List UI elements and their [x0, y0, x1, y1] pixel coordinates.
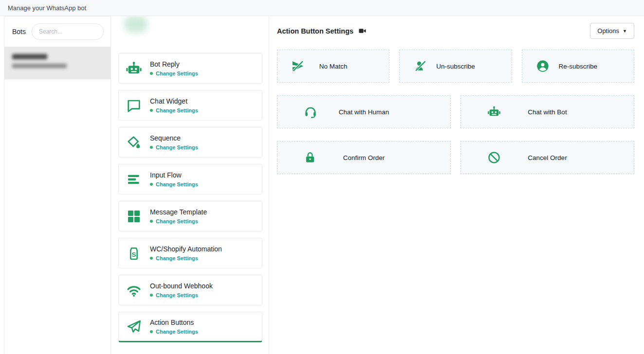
tile-cancel-order[interactable]: Cancel Order — [460, 141, 634, 174]
status-dot — [150, 330, 153, 333]
feature-card-sequence[interactable]: Sequence Change Settings — [118, 127, 262, 158]
options-button[interactable]: Options ▼ — [590, 23, 634, 39]
wifi-icon — [125, 281, 143, 300]
video-camera-icon[interactable] — [358, 27, 367, 35]
change-settings-link[interactable]: Change Settings — [150, 144, 198, 150]
feature-title: Input Flow — [150, 171, 198, 179]
tile-chat-with-bot[interactable]: Chat with Bot — [460, 95, 634, 128]
feature-title: Chat Widget — [150, 97, 198, 105]
person-slash-icon — [413, 59, 427, 73]
change-settings-link[interactable]: Change Settings — [150, 292, 213, 298]
status-dot — [150, 257, 153, 260]
padlock-icon — [304, 151, 316, 164]
status-dot — [150, 220, 153, 223]
selected-bot-item[interactable] — [4, 47, 110, 79]
status-dot — [150, 109, 153, 112]
feature-title: Message Template — [150, 208, 207, 216]
page-title: Manage your WhatsApp bot — [8, 4, 86, 12]
bots-sidebar: Bots — [4, 16, 111, 354]
status-dot — [150, 146, 153, 149]
feature-card-chat-widget[interactable]: Chat Widget Change Settings — [118, 90, 262, 121]
tile-no-match[interactable]: No Match — [277, 50, 389, 83]
bot-name-redacted — [12, 54, 47, 59]
person-circle-icon — [536, 59, 550, 73]
content-area: Bots Bot Rep — [0, 16, 644, 354]
change-settings-link[interactable]: Change Settings — [150, 255, 222, 261]
tiles-row-2: Chat with Human Chat with Bot — [277, 95, 634, 128]
tile-re-subscribe[interactable]: Re-subscribe — [522, 50, 634, 83]
action-button-settings-panel: Action Button Settings Options ▼ — [269, 16, 644, 354]
status-dot — [150, 72, 153, 75]
tiles-row-3: Confirm Order Cancel Order — [277, 141, 634, 174]
bot-phone-redacted — [12, 64, 67, 68]
chevron-down-icon: ▼ — [623, 29, 627, 34]
change-settings-link[interactable]: Change Settings — [150, 71, 198, 76]
headset-icon — [304, 105, 317, 119]
feature-card-message-template[interactable]: Message Template Change Settings — [118, 201, 262, 231]
change-settings-link[interactable]: Change Settings — [150, 329, 198, 335]
feature-title: Action Buttons — [150, 319, 198, 326]
chat-bubble-icon — [125, 96, 143, 115]
shopify-bag-icon: S — [125, 244, 143, 263]
feature-title: Out-bound Webhook — [150, 282, 213, 290]
tile-un-subscribe[interactable]: Un-subscribe — [399, 50, 512, 83]
blurred-logo — [124, 16, 147, 33]
prohibited-icon — [487, 151, 501, 164]
feature-title: WC/Shopify Automation — [150, 245, 222, 253]
feature-card-input-flow[interactable]: Input Flow Change Settings — [118, 164, 262, 195]
top-header: Manage your WhatsApp bot — [0, 0, 644, 16]
change-settings-link[interactable]: Change Settings — [150, 107, 198, 113]
feature-title: Sequence — [150, 134, 198, 142]
tile-chat-with-human[interactable]: Chat with Human — [277, 95, 451, 128]
send-slash-icon — [291, 59, 305, 73]
bot-search-input[interactable] — [32, 23, 104, 40]
status-dot — [150, 294, 153, 297]
paper-plane-icon — [125, 318, 143, 336]
feature-title: Bot Reply — [150, 60, 198, 68]
status-dot — [150, 183, 153, 186]
panel-header: Action Button Settings Options ▼ — [277, 23, 634, 39]
sidebar-header: Bots — [4, 17, 110, 47]
change-settings-link[interactable]: Change Settings — [150, 218, 207, 224]
features-column: Bot Reply Change Settings Chat Widget — [111, 16, 269, 354]
tiles-row-1: No Match Un-subscribe — [277, 50, 634, 83]
change-settings-link[interactable]: Change Settings — [150, 181, 198, 187]
svg-text:S: S — [132, 250, 136, 258]
robot-icon — [125, 59, 143, 78]
grid-icon — [125, 207, 143, 226]
feature-card-list: Bot Reply Change Settings Chat Widget — [111, 53, 269, 342]
feature-card-outbound-webhook[interactable]: Out-bound Webhook Change Settings — [118, 275, 262, 305]
bars-icon — [125, 170, 143, 189]
panel-title: Action Button Settings — [277, 27, 353, 35]
feature-card-action-buttons[interactable]: Action Buttons Change Settings — [118, 312, 262, 342]
feature-card-bot-reply[interactable]: Bot Reply Change Settings — [118, 53, 262, 84]
robot-icon — [487, 105, 501, 119]
bots-label: Bots — [12, 28, 26, 35]
tile-confirm-order[interactable]: Confirm Order — [277, 141, 451, 174]
fill-drop-icon — [125, 133, 143, 152]
feature-card-wc-shopify[interactable]: S WC/Shopify Automation Change Settings — [118, 238, 262, 268]
